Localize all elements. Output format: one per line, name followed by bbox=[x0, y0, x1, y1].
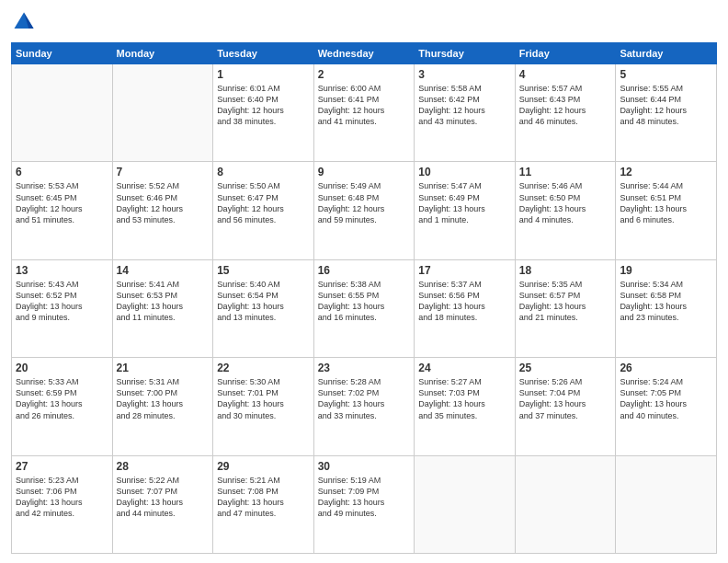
day-number: 6 bbox=[16, 166, 108, 178]
day-info: Sunrise: 5:33 AM Sunset: 6:59 PM Dayligh… bbox=[16, 376, 108, 421]
day-info: Sunrise: 6:01 AM Sunset: 6:40 PM Dayligh… bbox=[217, 83, 310, 128]
day-info: Sunrise: 5:52 AM Sunset: 6:46 PM Dayligh… bbox=[117, 180, 210, 225]
day-info: Sunrise: 5:34 AM Sunset: 6:58 PM Dayligh… bbox=[620, 279, 712, 324]
col-header-wednesday: Wednesday bbox=[313, 43, 415, 64]
day-info: Sunrise: 5:46 AM Sunset: 6:50 PM Dayligh… bbox=[519, 180, 612, 225]
calendar-cell: 16Sunrise: 5:38 AM Sunset: 6:55 PM Dayli… bbox=[313, 259, 415, 357]
day-number: 18 bbox=[519, 264, 612, 277]
day-info: Sunrise: 5:58 AM Sunset: 6:42 PM Dayligh… bbox=[418, 83, 511, 128]
calendar-cell: 10Sunrise: 5:47 AM Sunset: 6:49 PM Dayli… bbox=[415, 162, 516, 259]
day-number: 26 bbox=[620, 362, 712, 374]
day-number: 29 bbox=[217, 460, 310, 473]
day-info: Sunrise: 5:31 AM Sunset: 7:00 PM Dayligh… bbox=[117, 376, 210, 421]
calendar-cell bbox=[112, 64, 213, 162]
col-header-tuesday: Tuesday bbox=[213, 43, 314, 64]
day-number: 5 bbox=[620, 68, 712, 81]
calendar-cell: 28Sunrise: 5:22 AM Sunset: 7:07 PM Dayli… bbox=[112, 455, 213, 553]
day-number: 30 bbox=[318, 460, 411, 473]
logo bbox=[11, 9, 40, 35]
calendar-cell bbox=[515, 455, 616, 553]
calendar-cell: 9Sunrise: 5:49 AM Sunset: 6:48 PM Daylig… bbox=[313, 162, 415, 259]
day-info: Sunrise: 5:44 AM Sunset: 6:51 PM Dayligh… bbox=[620, 180, 712, 225]
calendar-cell: 5Sunrise: 5:55 AM Sunset: 6:44 PM Daylig… bbox=[616, 64, 717, 162]
day-info: Sunrise: 5:27 AM Sunset: 7:03 PM Dayligh… bbox=[418, 376, 511, 421]
day-number: 21 bbox=[117, 362, 210, 374]
day-info: Sunrise: 5:23 AM Sunset: 7:06 PM Dayligh… bbox=[16, 475, 108, 520]
day-info: Sunrise: 5:28 AM Sunset: 7:02 PM Dayligh… bbox=[318, 376, 411, 421]
calendar-cell: 27Sunrise: 5:23 AM Sunset: 7:06 PM Dayli… bbox=[12, 455, 113, 553]
day-number: 20 bbox=[16, 362, 108, 374]
day-number: 1 bbox=[217, 68, 310, 81]
calendar-cell: 7Sunrise: 5:52 AM Sunset: 6:46 PM Daylig… bbox=[112, 162, 213, 259]
day-info: Sunrise: 5:43 AM Sunset: 6:52 PM Dayligh… bbox=[16, 279, 108, 324]
calendar-cell: 29Sunrise: 5:21 AM Sunset: 7:08 PM Dayli… bbox=[213, 455, 314, 553]
day-info: Sunrise: 5:53 AM Sunset: 6:45 PM Dayligh… bbox=[16, 180, 108, 225]
day-info: Sunrise: 5:38 AM Sunset: 6:55 PM Dayligh… bbox=[318, 279, 411, 324]
calendar-cell: 8Sunrise: 5:50 AM Sunset: 6:47 PM Daylig… bbox=[213, 162, 314, 259]
day-number: 9 bbox=[318, 166, 411, 178]
calendar-cell: 13Sunrise: 5:43 AM Sunset: 6:52 PM Dayli… bbox=[12, 259, 113, 357]
calendar-cell bbox=[616, 455, 717, 553]
calendar-cell: 12Sunrise: 5:44 AM Sunset: 6:51 PM Dayli… bbox=[616, 162, 717, 259]
calendar-cell: 23Sunrise: 5:28 AM Sunset: 7:02 PM Dayli… bbox=[313, 358, 415, 455]
day-number: 22 bbox=[217, 362, 310, 374]
calendar-cell: 17Sunrise: 5:37 AM Sunset: 6:56 PM Dayli… bbox=[415, 259, 516, 357]
col-header-friday: Friday bbox=[515, 43, 616, 64]
col-header-sunday: Sunday bbox=[12, 43, 113, 64]
header bbox=[11, 9, 717, 35]
calendar-week-4: 27Sunrise: 5:23 AM Sunset: 7:06 PM Dayli… bbox=[12, 455, 717, 553]
col-header-thursday: Thursday bbox=[415, 43, 516, 64]
calendar-cell: 20Sunrise: 5:33 AM Sunset: 6:59 PM Dayli… bbox=[12, 358, 113, 455]
col-header-monday: Monday bbox=[112, 43, 213, 64]
day-info: Sunrise: 5:35 AM Sunset: 6:57 PM Dayligh… bbox=[519, 279, 612, 324]
day-number: 11 bbox=[519, 166, 612, 178]
day-number: 17 bbox=[418, 264, 511, 277]
calendar-cell bbox=[415, 455, 516, 553]
day-info: Sunrise: 5:50 AM Sunset: 6:47 PM Dayligh… bbox=[217, 180, 310, 225]
col-header-saturday: Saturday bbox=[616, 43, 717, 64]
day-number: 19 bbox=[620, 264, 712, 277]
day-info: Sunrise: 5:37 AM Sunset: 6:56 PM Dayligh… bbox=[418, 279, 511, 324]
day-number: 25 bbox=[519, 362, 612, 374]
calendar-week-3: 20Sunrise: 5:33 AM Sunset: 6:59 PM Dayli… bbox=[12, 358, 717, 455]
logo-icon bbox=[11, 9, 37, 35]
day-info: Sunrise: 5:47 AM Sunset: 6:49 PM Dayligh… bbox=[418, 180, 511, 225]
day-number: 7 bbox=[117, 166, 210, 178]
calendar-week-0: 1Sunrise: 6:01 AM Sunset: 6:40 PM Daylig… bbox=[12, 64, 717, 162]
day-info: Sunrise: 5:40 AM Sunset: 6:54 PM Dayligh… bbox=[217, 279, 310, 324]
calendar-week-1: 6Sunrise: 5:53 AM Sunset: 6:45 PM Daylig… bbox=[12, 162, 717, 259]
day-number: 24 bbox=[418, 362, 511, 374]
calendar-cell: 25Sunrise: 5:26 AM Sunset: 7:04 PM Dayli… bbox=[515, 358, 616, 455]
day-number: 13 bbox=[16, 264, 108, 277]
calendar-cell: 4Sunrise: 5:57 AM Sunset: 6:43 PM Daylig… bbox=[515, 64, 616, 162]
day-info: Sunrise: 5:24 AM Sunset: 7:05 PM Dayligh… bbox=[620, 376, 712, 421]
calendar-cell: 30Sunrise: 5:19 AM Sunset: 7:09 PM Dayli… bbox=[313, 455, 415, 553]
calendar-cell: 15Sunrise: 5:40 AM Sunset: 6:54 PM Dayli… bbox=[213, 259, 314, 357]
day-info: Sunrise: 5:55 AM Sunset: 6:44 PM Dayligh… bbox=[620, 83, 712, 128]
day-number: 12 bbox=[620, 166, 712, 178]
calendar-cell: 6Sunrise: 5:53 AM Sunset: 6:45 PM Daylig… bbox=[12, 162, 113, 259]
day-info: Sunrise: 5:49 AM Sunset: 6:48 PM Dayligh… bbox=[318, 180, 411, 225]
day-number: 16 bbox=[318, 264, 411, 277]
day-number: 3 bbox=[418, 68, 511, 81]
day-info: Sunrise: 5:21 AM Sunset: 7:08 PM Dayligh… bbox=[217, 475, 310, 520]
calendar-cell: 18Sunrise: 5:35 AM Sunset: 6:57 PM Dayli… bbox=[515, 259, 616, 357]
day-number: 28 bbox=[117, 460, 210, 473]
calendar-cell: 11Sunrise: 5:46 AM Sunset: 6:50 PM Dayli… bbox=[515, 162, 616, 259]
day-info: Sunrise: 5:41 AM Sunset: 6:53 PM Dayligh… bbox=[117, 279, 210, 324]
day-number: 2 bbox=[318, 68, 411, 81]
calendar-cell: 1Sunrise: 6:01 AM Sunset: 6:40 PM Daylig… bbox=[213, 64, 314, 162]
calendar-week-2: 13Sunrise: 5:43 AM Sunset: 6:52 PM Dayli… bbox=[12, 259, 717, 357]
day-info: Sunrise: 6:00 AM Sunset: 6:41 PM Dayligh… bbox=[318, 83, 411, 128]
day-number: 8 bbox=[217, 166, 310, 178]
day-info: Sunrise: 5:26 AM Sunset: 7:04 PM Dayligh… bbox=[519, 376, 612, 421]
calendar-cell: 22Sunrise: 5:30 AM Sunset: 7:01 PM Dayli… bbox=[213, 358, 314, 455]
calendar-header-row: SundayMondayTuesdayWednesdayThursdayFrid… bbox=[12, 43, 717, 64]
day-number: 4 bbox=[519, 68, 612, 81]
day-info: Sunrise: 5:57 AM Sunset: 6:43 PM Dayligh… bbox=[519, 83, 612, 128]
calendar-cell: 24Sunrise: 5:27 AM Sunset: 7:03 PM Dayli… bbox=[415, 358, 516, 455]
day-info: Sunrise: 5:19 AM Sunset: 7:09 PM Dayligh… bbox=[318, 475, 411, 520]
day-number: 14 bbox=[117, 264, 210, 277]
calendar-cell: 19Sunrise: 5:34 AM Sunset: 6:58 PM Dayli… bbox=[616, 259, 717, 357]
calendar-table: SundayMondayTuesdayWednesdayThursdayFrid… bbox=[11, 42, 717, 554]
